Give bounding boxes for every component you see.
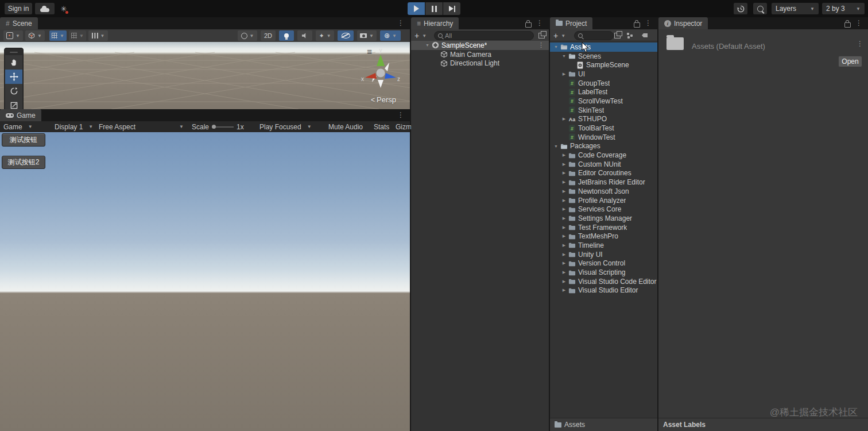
test-button-2[interactable]: 测试按钮2 [2,156,45,169]
tree-item-code-coverage[interactable]: ▶Code Coverage [550,151,657,160]
tree-item-unity-ui[interactable]: ▶Unity UI [550,250,657,259]
foldout-closed-icon[interactable]: ▶ [560,153,568,157]
tree-item-samplescene-[interactable]: ▼SampleScene*⋮ [411,41,549,50]
create-button[interactable]: +▼ [414,31,427,40]
item-menu-icon[interactable]: ⋮ [538,41,544,49]
rotate-tool-button[interactable] [5,84,22,98]
foldout-closed-icon[interactable]: ▶ [560,279,568,284]
tree-item-directional-light[interactable]: Directional Light [411,59,549,68]
foldout-closed-icon[interactable]: ▶ [560,207,568,211]
asset-menu-icon[interactable]: ⋮ [857,40,863,48]
tree-item-scenes[interactable]: ▼Scenes [550,52,657,61]
undo-history-button[interactable] [734,3,747,14]
aspect-dropdown[interactable]: Free Aspect ▼ [99,121,184,132]
tree-item-windowtest[interactable]: #WindowTest [550,133,657,142]
create-button[interactable]: +▼ [553,31,565,40]
tree-item-visual-studio-code-editor[interactable]: ▶Visual Studio Code Editor [550,277,657,286]
display-target-dropdown[interactable]: Game ▼ [3,121,33,132]
foldout-open-icon[interactable]: ▼ [552,45,560,49]
foldout-closed-icon[interactable]: ▶ [560,270,568,275]
tree-item-scrollviewtest[interactable]: #ScrollViewTest [550,97,657,106]
tree-item-settings-manager[interactable]: ▶Settings Manager [550,214,657,223]
foldout-closed-icon[interactable]: ▶ [560,234,568,238]
tab-project[interactable]: Project [550,17,592,29]
tree-item-ui[interactable]: ▶UI [550,70,657,79]
tree-item-editor-coroutines[interactable]: ▶Editor Coroutines [550,169,657,178]
scale-tool-button[interactable] [5,98,22,109]
move-tool-button[interactable] [5,70,22,84]
panel-menu-icon[interactable]: ⋮ [397,19,404,28]
tool-settings-button[interactable]: ▼ [3,30,23,41]
step-button[interactable] [443,2,460,15]
panel-menu-icon[interactable]: ⋮ [855,19,862,28]
project-search-input[interactable] [574,31,614,40]
tree-item-services-core[interactable]: ▶Services Core [550,205,657,214]
foldout-open-icon[interactable]: ▼ [560,54,568,58]
tree-item-timeline[interactable]: ▶Timeline [550,241,657,250]
display-dropdown[interactable]: Display 1 ▼ [55,121,93,132]
tree-item-labeltest[interactable]: #LabelTest [550,87,657,97]
foldout-closed-icon[interactable]: ▶ [560,162,568,167]
scene-picker-button[interactable] [536,31,547,40]
tree-item-profile-analyzer[interactable]: ▶Profile Analyzer [550,196,657,205]
layers-dropdown[interactable]: Layers ▼ [772,3,819,14]
foldout-open-icon[interactable]: ▼ [552,144,560,148]
panel-menu-icon[interactable]: ⋮ [536,19,543,28]
snap-increment-button[interactable]: ▼ [69,30,86,41]
foldout-closed-icon[interactable]: ▶ [560,252,568,257]
foldout-closed-icon[interactable]: ▶ [560,117,568,121]
tree-item-newtonsoft-json[interactable]: ▶Newtonsoft Json [550,187,657,196]
foldout-closed-icon[interactable]: ▶ [560,171,568,175]
scene-visibility-button[interactable] [338,30,354,41]
mute-audio-toggle[interactable]: Mute Audio [328,121,363,132]
draw-mode-button[interactable]: ▼ [238,30,257,41]
search-by-label-button[interactable] [640,31,650,40]
scale-slider[interactable] [212,126,234,128]
tree-item-visual-scripting[interactable]: ▶Visual Scripting [550,268,657,277]
panel-menu-icon[interactable]: ⋮ [645,19,652,28]
lock-icon[interactable] [844,22,851,28]
sign-in-button[interactable]: Sign in [5,3,32,14]
foldout-closed-icon[interactable]: ▶ [560,243,568,248]
foldout-closed-icon[interactable]: ▶ [560,72,568,76]
asset-labels-section[interactable]: Asset Labels [658,418,868,431]
panel-menu-icon[interactable]: ⋮ [397,111,404,120]
hierarchy-search-input[interactable]: All [434,31,534,40]
tree-item-samplescene[interactable]: SampleScene [550,60,657,70]
collab-button[interactable]: ✳ [57,3,70,14]
foldout-closed-icon[interactable]: ▶ [560,225,568,230]
tree-item-sthupo[interactable]: ▶AaSTHUPO [550,115,657,124]
cloud-button[interactable] [35,3,55,14]
hidden-packages-button[interactable] [625,31,635,40]
camera-settings-button[interactable]: ▼ [357,30,377,41]
lock-icon[interactable] [634,22,640,28]
audio-toggle-button[interactable] [297,30,312,41]
grid-snapping-button[interactable]: ▼ [49,30,67,41]
perspective-toggle[interactable]: < Persp [371,95,396,104]
play-button[interactable] [408,2,425,15]
focus-search-button[interactable] [612,31,622,40]
tree-item-test-framework[interactable]: ▶Test Framework [550,223,657,232]
foldout-closed-icon[interactable]: ▶ [560,180,568,184]
effects-dropdown-button[interactable]: ✦▼ [316,30,334,41]
foldout-open-icon[interactable]: ▼ [424,43,431,47]
search-button[interactable] [753,3,767,14]
tree-item-assets[interactable]: ▼Assets [550,43,657,52]
tab-inspector[interactable]: i Inspector [658,17,708,29]
hand-tool-button[interactable] [5,55,22,70]
tree-item-textmeshpro[interactable]: ▶TextMeshPro [550,232,657,241]
tree-item-toolbartest[interactable]: #ToolBarTest [550,124,657,133]
stats-toggle[interactable]: Stats [374,121,389,132]
test-button-1[interactable]: 测试按钮 [2,133,45,147]
tree-item-jetbrains-rider-editor[interactable]: ▶JetBrains Rider Editor [550,178,657,187]
tree-item-grouptest[interactable]: #GroupTest [550,79,657,88]
overlay-drag-handle[interactable] [10,52,18,53]
play-focused-dropdown[interactable]: Play Focused ▼ [259,121,312,132]
tree-item-packages[interactable]: ▼Packages [550,142,657,151]
grid-visibility-button[interactable]: ▼ [88,30,108,41]
foldout-closed-icon[interactable]: ▶ [560,198,568,203]
tab-game[interactable]: Game [0,109,41,121]
scene-viewport[interactable]: ≡ y x z < Persp [0,42,410,109]
tree-item-main-camera[interactable]: Main Camera [411,50,549,59]
open-button[interactable]: Open [838,56,862,67]
